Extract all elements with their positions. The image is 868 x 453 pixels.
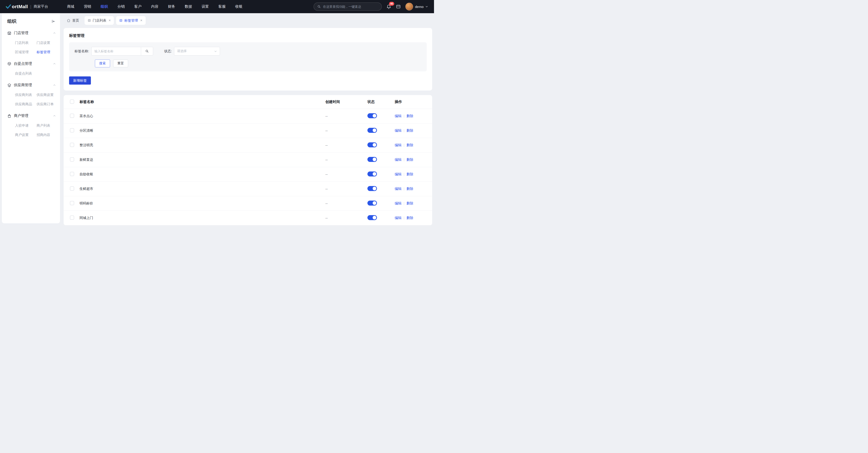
select-all-checkbox[interactable] xyxy=(70,100,74,104)
edit-link[interactable]: 编辑 xyxy=(395,187,402,191)
panel-icon[interactable] xyxy=(396,4,401,9)
delete-link[interactable]: 删除 xyxy=(406,172,413,176)
tag-name-cell: 明码标价 xyxy=(80,196,326,210)
brand[interactable]: ortMall | 商家平台 xyxy=(5,4,62,9)
nav-item-cashier[interactable]: 收银 xyxy=(230,0,247,13)
sidebar-group-supplier-management[interactable]: 供应商管理 xyxy=(2,80,60,90)
collapse-sidebar-icon[interactable] xyxy=(51,19,56,23)
status-toggle[interactable] xyxy=(367,113,377,118)
global-search-input[interactable] xyxy=(323,5,378,8)
row-checkbox[interactable] xyxy=(70,187,74,191)
delete-link[interactable]: 删除 xyxy=(406,201,413,205)
row-checkbox[interactable] xyxy=(70,172,74,176)
action-divider: | xyxy=(404,129,404,132)
nav-item-finance[interactable]: 财务 xyxy=(163,0,180,13)
table-row: 新鲜直达 -- 编辑|删除 xyxy=(64,152,432,167)
notifications-button[interactable]: 40 xyxy=(386,4,391,9)
sidebar-item-tag-management[interactable]: 标签管理 xyxy=(37,48,58,57)
sidebar-item-investment-content[interactable]: 招商内容 xyxy=(37,130,58,140)
edit-link[interactable]: 编辑 xyxy=(395,129,402,132)
status-select[interactable]: 请选择 xyxy=(174,47,220,56)
edit-link[interactable]: 编辑 xyxy=(395,172,402,176)
delete-link[interactable]: 删除 xyxy=(406,187,413,191)
nav-item-mall[interactable]: 商城 xyxy=(62,0,79,13)
sidebar-item-supplier-orders[interactable]: 供应商订单 xyxy=(37,100,58,109)
sidebar-item-merchant-list[interactable]: 商户列表 xyxy=(37,121,58,130)
brand-name: ortMall xyxy=(12,4,28,9)
action-divider: | xyxy=(404,216,404,220)
nav-item-service[interactable]: 客服 xyxy=(214,0,230,13)
tab-store-list[interactable]: 门店列表 × xyxy=(85,16,114,25)
table-row: 生鲜超市 -- 编辑|删除 xyxy=(64,181,432,196)
status-toggle[interactable] xyxy=(367,201,377,205)
sidebar-group-pickup-management[interactable]: 自提点管理 xyxy=(2,59,60,69)
delete-link[interactable]: 删除 xyxy=(406,114,413,118)
input-search-button[interactable] xyxy=(141,47,153,56)
status-toggle[interactable] xyxy=(367,171,377,176)
status-toggle[interactable] xyxy=(367,128,377,133)
close-icon[interactable]: × xyxy=(140,19,142,22)
edit-link[interactable]: 编辑 xyxy=(395,201,402,205)
status-toggle[interactable] xyxy=(367,186,377,191)
nav-item-organization[interactable]: 组织 xyxy=(96,0,113,13)
sidebar-item-merchant-settings[interactable]: 商户设置 xyxy=(15,130,37,140)
row-checkbox[interactable] xyxy=(70,158,74,162)
status-toggle[interactable] xyxy=(367,157,377,162)
tab-tag-management[interactable]: 标签管理 × xyxy=(116,16,146,25)
delete-link[interactable]: 删除 xyxy=(406,129,413,132)
table-row: 明码标价 -- 编辑|删除 xyxy=(64,196,432,210)
filter-card: 标签管理 标签名称: 状态: xyxy=(64,28,432,90)
delete-link[interactable]: 删除 xyxy=(406,216,413,220)
row-checkbox[interactable] xyxy=(70,216,74,220)
sidebar-item-supplier-settings[interactable]: 供应商设置 xyxy=(37,90,58,100)
row-checkbox[interactable] xyxy=(70,128,74,132)
sidebar-group-merchant-management[interactable]: 商户管理 xyxy=(2,111,60,121)
nav-item-distribution[interactable]: 分销 xyxy=(113,0,129,13)
nav-item-marketing[interactable]: 营销 xyxy=(79,0,96,13)
tag-name-input[interactable] xyxy=(91,47,141,56)
search-button[interactable]: 搜索 xyxy=(95,60,110,67)
nav-item-data[interactable]: 数据 xyxy=(180,0,197,13)
status-toggle[interactable] xyxy=(367,215,377,220)
tab-home[interactable]: 首页 xyxy=(65,16,82,25)
tag-name-cell: 茶水点心 xyxy=(80,109,326,123)
chevron-up-icon xyxy=(53,62,56,65)
row-checkbox[interactable] xyxy=(70,143,74,147)
nav-item-customer[interactable]: 客户 xyxy=(129,0,146,13)
nav-item-settings[interactable]: 设置 xyxy=(197,0,214,13)
row-checkbox[interactable] xyxy=(70,201,74,205)
page-icon xyxy=(88,19,91,22)
user-menu[interactable]: demo xyxy=(405,3,428,10)
reset-button[interactable]: 重置 xyxy=(113,60,128,67)
status-toggle[interactable] xyxy=(367,142,377,147)
edit-link[interactable]: 编辑 xyxy=(395,158,402,162)
sidebar-item-supplier-goods[interactable]: 供应商商品 xyxy=(15,100,37,109)
global-search[interactable] xyxy=(314,2,382,11)
edit-link[interactable]: 编辑 xyxy=(395,143,402,147)
table-row: 分区清晰 -- 编辑|删除 xyxy=(64,123,432,138)
created-cell: -- xyxy=(326,210,367,225)
sidebar-item-supplier-list[interactable]: 供应商列表 xyxy=(15,90,37,100)
topbar-right: 40 demo xyxy=(314,2,428,11)
nav-item-content[interactable]: 内容 xyxy=(146,0,163,13)
sidebar-item-pickup-list[interactable]: 自提点列表 xyxy=(15,69,37,78)
sidebar-item-store-settings[interactable]: 门店设置 xyxy=(37,38,58,48)
edit-link[interactable]: 编辑 xyxy=(395,114,402,118)
tag-name-label: 标签名称: xyxy=(74,49,89,53)
delete-link[interactable]: 删除 xyxy=(406,143,413,147)
sidebar-item-region-management[interactable]: 区域管理 xyxy=(15,48,37,57)
add-tag-button[interactable]: 新增标签 xyxy=(69,77,91,85)
sidebar-item-store-list[interactable]: 门店列表 xyxy=(15,38,37,48)
sidebar-group-store-management[interactable]: 门店管理 xyxy=(2,28,60,38)
delete-link[interactable]: 删除 xyxy=(406,158,413,162)
row-checkbox[interactable] xyxy=(70,114,74,118)
tag-table-card: 标签名称 创建时间 状态 操作 茶水点心 -- 编辑|删除 xyxy=(64,95,432,225)
merchant-icon xyxy=(7,114,11,118)
filter-actions: 搜索 重置 xyxy=(74,60,421,67)
edit-link[interactable]: 编辑 xyxy=(395,216,402,220)
sidebar-group-label: 自提点管理 xyxy=(14,61,32,66)
avatar[interactable] xyxy=(405,3,413,10)
close-icon[interactable]: × xyxy=(108,19,111,22)
sidebar-item-entry-application[interactable]: 入驻申请 xyxy=(15,121,37,130)
sidebar-group-items: 入驻申请 商户列表 商户设置 招商内容 xyxy=(2,121,60,141)
